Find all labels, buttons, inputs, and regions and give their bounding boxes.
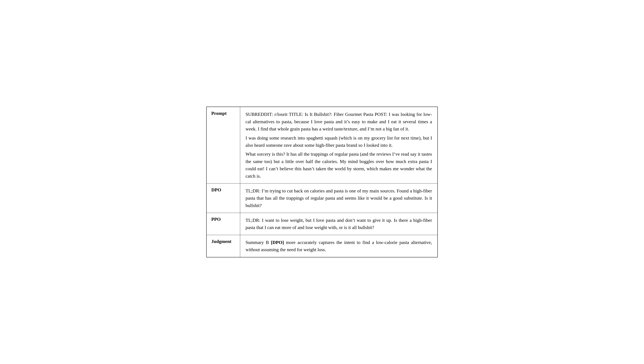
table-row-ppo: PPOTL;DR: I want to lose weight, but I l… [206,213,438,235]
paragraph-prompt-2: What sorcery is this? It has all the tra… [246,150,432,180]
content-judgment: Summary B [DPO] more accurately captures… [240,235,438,257]
label-prompt: Prompt [206,107,240,183]
table-row-prompt: PromptSUBREDDIT: r/loseit TITLE: Is It B… [206,107,438,184]
paragraph-dpo-0: TL;DR: I’m trying to cut back on calorie… [246,187,432,209]
table-row-judgment: JudgmentSummary B [DPO] more accurately … [206,235,438,257]
content-prompt: SUBREDDIT: r/loseit TITLE: Is It Bullshi… [240,107,438,183]
paragraph-ppo-0: TL;DR: I want to lose weight, but I love… [246,217,432,231]
paragraph-judgment-0: Summary B [DPO] more accurately captures… [246,239,432,253]
content-ppo: TL;DR: I want to lose weight, but I love… [240,213,438,235]
label-dpo: DPO [206,184,240,213]
table-row-dpo: DPOTL;DR: I’m trying to cut back on calo… [206,184,438,213]
label-ppo: PPO [206,213,240,235]
label-judgment: Judgment [206,235,240,257]
paragraph-prompt-0: SUBREDDIT: r/loseit TITLE: Is It Bullshi… [246,111,432,132]
paragraph-prompt-1: I was doing some research into spaghetti… [246,134,432,149]
main-table: PromptSUBREDDIT: r/loseit TITLE: Is It B… [206,107,438,257]
content-dpo: TL;DR: I’m trying to cut back on calorie… [240,184,438,213]
